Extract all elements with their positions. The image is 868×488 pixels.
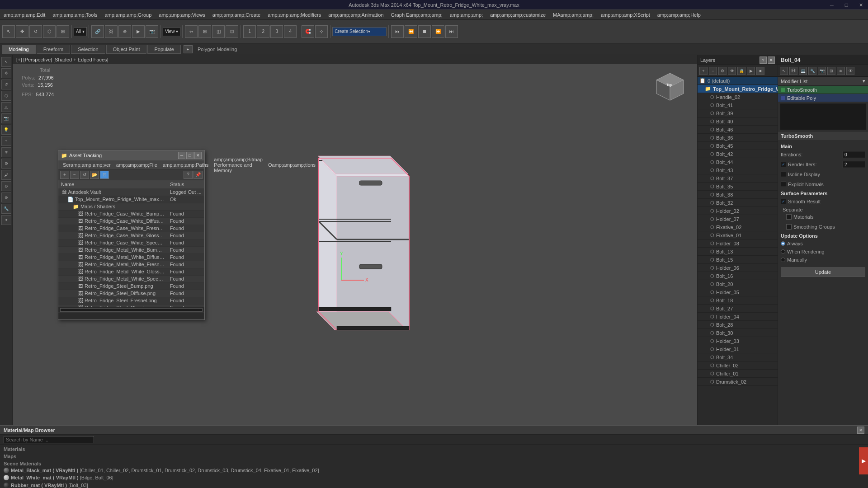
when-rendering-radio-dot[interactable] bbox=[781, 249, 785, 254]
asset-close-btn[interactable]: ✕ bbox=[194, 152, 202, 159]
list-item[interactable]: ⬡Holder_08 bbox=[698, 239, 778, 248]
layers-show-btn[interactable]: 👁 bbox=[728, 67, 736, 75]
list-item[interactable]: ⬡Bolt_35 bbox=[698, 183, 778, 191]
list-item[interactable]: ⬡Bolt_30 bbox=[698, 329, 778, 337]
toolbar-array-btn[interactable]: ⊞ bbox=[198, 25, 211, 38]
layers-render-btn[interactable]: ▶ bbox=[747, 67, 755, 75]
list-item[interactable]: ⬡Bolt_16 bbox=[698, 272, 778, 280]
layers-add-btn[interactable]: + bbox=[699, 67, 708, 75]
toolbar-bind-btn[interactable]: ⊕ bbox=[118, 25, 131, 38]
list-item[interactable]: ⬡Bolt_38 bbox=[698, 191, 778, 199]
list-item[interactable]: ⬡Bolt_43 bbox=[698, 166, 778, 174]
toolbar-mirror-btn[interactable]: ⇔ bbox=[185, 25, 198, 38]
asset-row[interactable]: 🖼 Retro_Fridge_Case_White_Specular.pngFo… bbox=[58, 239, 204, 246]
asset-add-btn[interactable]: + bbox=[60, 171, 69, 179]
toolbar-snaps-btn[interactable]: ⊹ bbox=[315, 25, 328, 38]
asset-row[interactable]: 🖼 Retro_Fridge_Metal_White_Specular.pngF… bbox=[58, 275, 204, 282]
asset-row[interactable]: 🖼 Retro_Fridge_Metal_White_Glossiness.pn… bbox=[58, 268, 204, 275]
props-display-btn[interactable]: 💻 bbox=[799, 67, 807, 75]
toolbar-pause-btn[interactable]: ⏹ bbox=[418, 25, 431, 38]
asset-row[interactable]: 🖼 Retro_Fridge_Metal_White_Fresnel.pngFo… bbox=[58, 261, 204, 268]
asset-tracking-titlebar[interactable]: 📁 Asset Tracking ─ □ ✕ bbox=[58, 150, 204, 160]
render-iters-input[interactable]: 2 bbox=[843, 161, 865, 168]
create-selection-dropdown[interactable]: Create Selection▾ bbox=[332, 27, 387, 36]
list-item[interactable]: ⬡Holder_03 bbox=[698, 337, 778, 345]
toolbar-manip-btn[interactable]: ⊞ bbox=[57, 25, 69, 38]
list-item[interactable]: Rubber_mat ( VRayMtl ) [Bolt_03] bbox=[4, 482, 864, 488]
list-item[interactable]: ⬡Holder_02 bbox=[698, 207, 778, 215]
asset-row[interactable]: 📄 Top_Mount_Retro_Fridge_White_max_vray.… bbox=[58, 196, 204, 203]
close-button[interactable]: ✕ bbox=[854, 0, 868, 10]
layer-selected[interactable]: 📁 Top_Mount_Retro_Fridge_White 🔒 bbox=[698, 85, 778, 93]
list-item[interactable]: ⬡Drumstick_02 bbox=[698, 378, 778, 386]
list-item[interactable]: ⬡Bolt_45 bbox=[698, 142, 778, 150]
layers-settings-btn[interactable]: ⚙ bbox=[718, 67, 726, 75]
toolbar-2-btn[interactable]: 2 bbox=[257, 25, 269, 38]
list-item[interactable]: ⬡Bolt_28 bbox=[698, 321, 778, 329]
asset-row[interactable]: 🖼 Retro_Fridge_Steel_Fresnel.pngFound bbox=[58, 297, 204, 304]
left-dynamics-btn[interactable]: ⊛ bbox=[1, 192, 11, 202]
asset-menu-bitmap[interactable]: amp;amp;amp;Bitmap Performance and Memor… bbox=[211, 157, 265, 173]
list-item[interactable]: ⬡Bolt_37 bbox=[698, 174, 778, 183]
props-utility-btn[interactable]: 🔧 bbox=[808, 67, 816, 75]
menu-graph[interactable]: Graph Eamp;amp;amp; bbox=[387, 10, 446, 19]
asset-table-container[interactable]: Name Status 🏛 Autodesk VaultLogged Out .… bbox=[58, 180, 204, 307]
left-camera-btn[interactable]: 📷 bbox=[1, 113, 11, 123]
layers-delete-btn[interactable]: − bbox=[709, 67, 717, 75]
col-status[interactable]: Status bbox=[167, 180, 204, 188]
list-item[interactable]: ⬡Bolt_15 bbox=[698, 256, 778, 264]
list-item[interactable]: ⬡Bolt_44 bbox=[698, 158, 778, 166]
left-move-btn[interactable]: ✥ bbox=[1, 68, 11, 78]
menu-tools[interactable]: amp;amp;amp;Tools bbox=[49, 10, 101, 19]
minimize-button[interactable]: ─ bbox=[825, 0, 839, 10]
toolbar-3-btn[interactable]: 3 bbox=[270, 25, 283, 38]
modifier-editable-poly[interactable]: Editable Poly bbox=[778, 94, 868, 102]
layers-close-btn[interactable]: ✕ bbox=[768, 56, 775, 64]
list-item[interactable]: ⬡Bolt_13 bbox=[698, 248, 778, 256]
list-item[interactable]: ⬡Fixative_02 bbox=[698, 223, 778, 231]
toolbar-camera-btn[interactable]: 📷 bbox=[146, 25, 158, 38]
left-hair-btn[interactable]: ⊘ bbox=[1, 181, 11, 191]
toolbar-prev-btn[interactable]: ⏪ bbox=[405, 25, 417, 38]
left-particles-btn[interactable]: ✦ bbox=[1, 215, 11, 225]
layers-help-btn[interactable]: ? bbox=[760, 56, 767, 64]
always-radio[interactable]: Always bbox=[781, 239, 865, 248]
left-utilities-btn[interactable]: 🔧 bbox=[1, 204, 11, 214]
list-item[interactable]: ⬡Holder_06 bbox=[698, 264, 778, 272]
list-item[interactable]: ⬡Bolt_39 bbox=[698, 109, 778, 117]
toolbar-quick-align-btn[interactable]: ◫ bbox=[212, 25, 225, 38]
red-arrow-indicator[interactable]: ▶ bbox=[859, 447, 868, 474]
asset-menu-options[interactable]: Oamp;amp;amp;tions bbox=[265, 162, 318, 168]
isoline-checkbox[interactable] bbox=[781, 172, 786, 177]
menu-blank[interactable]: amp;amp;amp; bbox=[446, 10, 486, 19]
asset-highlight-btn[interactable]: ⊡ bbox=[100, 171, 109, 179]
list-item[interactable]: ⬡Bolt_20 bbox=[698, 280, 778, 288]
asset-pin-btn[interactable]: 📌 bbox=[193, 171, 203, 179]
list-item[interactable]: Metal_White_mat ( VRayMtl ) [Bilge, Bolt… bbox=[4, 474, 864, 481]
list-item[interactable]: ⬡Handle_02 bbox=[698, 93, 778, 101]
toolbar-rotate-btn[interactable]: ↺ bbox=[29, 25, 42, 38]
list-item[interactable]: ⬡Bolt_42 bbox=[698, 150, 778, 158]
list-item[interactable]: ⬡Bolt_34 bbox=[698, 353, 778, 361]
asset-row[interactable]: 🖼 Retro_Fridge_Case_White_Bump.pngFound bbox=[58, 210, 204, 217]
asset-row[interactable]: 🖼 Retro_Fridge_Case_White_Glossiness.png… bbox=[58, 232, 204, 239]
left-scale-btn[interactable]: ⬡ bbox=[1, 91, 11, 101]
maximize-button[interactable]: □ bbox=[839, 0, 854, 10]
list-item[interactable]: ⬡Holder_04 bbox=[698, 313, 778, 321]
list-item[interactable]: ⬡Holder_05 bbox=[698, 288, 778, 296]
menu-xscript[interactable]: amp;amp;amp;XScript bbox=[597, 10, 654, 19]
menu-create[interactable]: amp;amp;amp;Create bbox=[209, 10, 264, 19]
asset-help-btn[interactable]: ? bbox=[184, 171, 193, 179]
menu-ma[interactable]: MAamp;amp;amp; bbox=[549, 10, 597, 19]
tab-object-paint[interactable]: Object Paint bbox=[106, 45, 147, 54]
layers-color-btn[interactable]: ■ bbox=[756, 67, 764, 75]
asset-row[interactable]: 🖼 Retro_Fridge_Steel_Glossiness.pngFound bbox=[58, 304, 204, 307]
explicit-normals-checkbox[interactable] bbox=[781, 182, 786, 187]
smooth-result-checkbox[interactable] bbox=[781, 199, 786, 204]
modifier-turbosmoothy[interactable]: TurboSmooth bbox=[778, 86, 868, 94]
props-motion-btn[interactable]: 🎞 bbox=[789, 67, 797, 75]
asset-menu-paths[interactable]: amp;amp;amp;Paths bbox=[160, 162, 212, 168]
left-light-btn[interactable]: 💡 bbox=[1, 125, 11, 135]
modifier-dropdown-icon[interactable]: ▾ bbox=[863, 78, 865, 84]
list-item[interactable]: ⬡Chiller_02 bbox=[698, 361, 778, 370]
